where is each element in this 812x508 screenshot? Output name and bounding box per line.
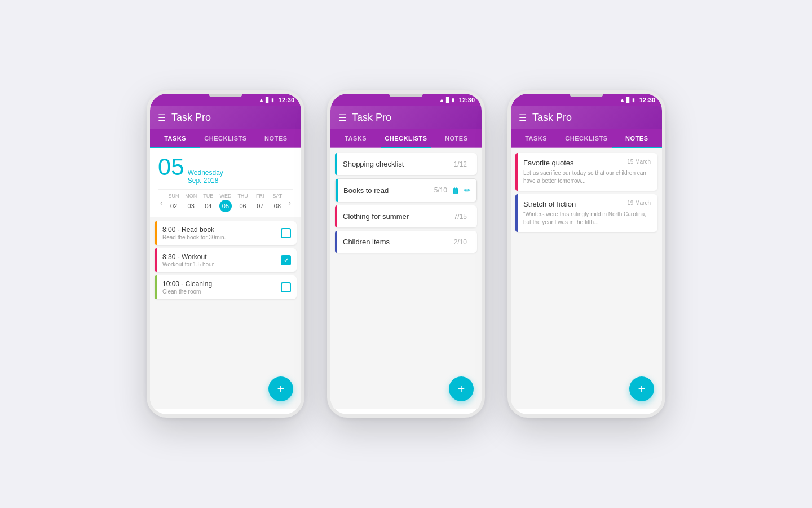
app-header-1: ☰ Task Pro [150, 106, 301, 129]
tab-checklists-3[interactable]: CHECKLISTS [561, 129, 611, 147]
note-header-2: Stretch of fiction 19 March [523, 200, 651, 208]
day-sun[interactable]: SUN 02 [167, 193, 180, 212]
day-wed[interactable]: WED 05 [219, 193, 232, 212]
fab-2[interactable]: + [449, 376, 474, 401]
day-name-sun: SUN [168, 193, 179, 199]
next-week-button[interactable]: › [286, 198, 293, 207]
tab-notes-2[interactable]: NOTES [431, 129, 482, 147]
task-color-bar-1 [155, 221, 157, 245]
note-header-1: Favorite quotes 15 March [523, 159, 651, 167]
task-checkbox-1[interactable] [281, 228, 291, 238]
tab-notes-1[interactable]: NOTES [251, 129, 301, 147]
checklist-count-2: 5/10 [434, 186, 447, 194]
checklist-item-1[interactable]: Shopping checklist 1/12 [335, 153, 477, 175]
checklist-color-3 [335, 205, 337, 227]
task-checkbox-2[interactable] [281, 255, 291, 265]
checklist-color-1 [335, 153, 337, 175]
prev-week-button[interactable]: ‹ [158, 198, 165, 207]
phone1-content: 05 Wednesday Sep. 2018 ‹ SUN 02 MO [150, 148, 301, 409]
date-text: Wednesday Sep. 2018 [188, 169, 223, 185]
hamburger-icon-2[interactable]: ☰ [338, 112, 346, 123]
signal-icon-2: ▊ [446, 97, 450, 103]
task-title-2: 8:30 - Workout [162, 253, 281, 261]
checklist-item-2[interactable]: Books to read 5/10 🗑 ✏ [335, 178, 477, 202]
task-item-2[interactable]: 8:30 - Workout Workout for 1.5 hour [155, 248, 297, 272]
note-title-2: Stretch of fiction [523, 200, 576, 208]
phone3-content: Favorite quotes 15 March Let us sacrific… [511, 148, 662, 409]
day-thu[interactable]: THU 06 [237, 193, 249, 212]
task-subtitle-2: Workout for 1.5 hour [162, 261, 281, 268]
note-item-2[interactable]: Stretch of fiction 19 March "Winters wer… [515, 194, 657, 232]
fab-1[interactable]: + [268, 376, 293, 401]
note-title-1: Favorite quotes [523, 159, 574, 167]
checklist-color-2 [336, 179, 338, 202]
task-checkbox-3[interactable] [281, 282, 291, 292]
day-name-mon: MON [185, 193, 197, 199]
checklist-item-4[interactable]: Children items 2/10 [335, 231, 477, 253]
note-date-2: 19 March [627, 200, 651, 206]
checklist-count-1: 1/12 [454, 160, 467, 168]
tab-bar-3: TASKS CHECKLISTS NOTES [511, 129, 662, 148]
tab-checklists-2[interactable]: CHECKLISTS [381, 129, 431, 147]
phones-container: ▲ ▊ ▮ 12:30 ☰ Task Pro TASKS CHECKLISTS … [124, 68, 688, 440]
day-sat[interactable]: SAT 08 [271, 193, 284, 212]
note-body-2: Stretch of fiction 19 March "Winters wer… [523, 200, 651, 226]
edit-icon[interactable]: ✏ [464, 186, 471, 195]
day-num-mon: 03 [185, 200, 197, 212]
status-icons-3: ▲ ▊ ▮ [620, 97, 635, 103]
note-body-1: Favorite quotes 15 March Let us sacrific… [523, 159, 651, 185]
day-num-fri: 07 [254, 200, 266, 212]
wifi-icon-3: ▲ [620, 97, 625, 103]
status-time-2: 12:30 [459, 97, 475, 103]
checklist-name-1: Shopping checklist [343, 160, 454, 168]
task-info-1: 8:00 - Read book Read the book for 30min… [162, 226, 281, 240]
status-time-3: 12:30 [639, 97, 655, 103]
tab-tasks-2[interactable]: TASKS [330, 129, 381, 147]
checklist-actions: 🗑 ✏ [452, 186, 471, 195]
day-num-sat: 08 [271, 200, 284, 212]
note-item-1[interactable]: Favorite quotes 15 March Let us sacrific… [515, 153, 657, 191]
date-display: 05 Wednesday Sep. 2018 [158, 155, 293, 185]
tab-tasks-3[interactable]: TASKS [511, 129, 561, 147]
phone2-content: Shopping checklist 1/12 Books to read 5/… [330, 148, 482, 409]
week-strip: ‹ SUN 02 MON 03 TUE 04 [158, 189, 293, 212]
tab-checklists-1[interactable]: CHECKLISTS [200, 129, 250, 147]
fab-3[interactable]: + [629, 376, 654, 401]
delete-icon[interactable]: 🗑 [452, 186, 460, 195]
day-tue[interactable]: TUE 04 [202, 193, 214, 212]
app-header-3: ☰ Task Pro [511, 106, 662, 129]
phone-checklists: ▲ ▊ ▮ 12:30 ☰ Task Pro TASKS CHECKLISTS … [327, 90, 485, 418]
task-title-3: 10:00 - Cleaning [162, 280, 281, 288]
hamburger-icon-1[interactable]: ☰ [158, 112, 166, 123]
week-days: SUN 02 MON 03 TUE 04 WED [165, 193, 286, 212]
status-bar-3: ▲ ▊ ▮ 12:30 [511, 94, 662, 106]
tab-bar-2: TASKS CHECKLISTS NOTES [330, 129, 482, 148]
task-item-3[interactable]: 10:00 - Cleaning Clean the room [155, 275, 297, 299]
app-title-3: Task Pro [532, 112, 572, 124]
day-num-wed: 05 [219, 200, 232, 212]
signal-icon: ▊ [266, 97, 270, 103]
notes-list: Favorite quotes 15 March Let us sacrific… [511, 148, 662, 237]
note-preview-1: Let us sacrifice our today so that our c… [523, 169, 651, 185]
note-color-1 [515, 153, 518, 191]
checklist-count-3: 7/15 [454, 213, 467, 221]
status-bar-2: ▲ ▊ ▮ 12:30 [330, 94, 482, 106]
day-fri[interactable]: FRI 07 [254, 193, 266, 212]
day-num-sun: 02 [167, 200, 180, 212]
task-title-1: 8:00 - Read book [162, 226, 281, 234]
day-num-thu: 06 [237, 200, 249, 212]
status-bar-1: ▲ ▊ ▮ 12:30 [150, 94, 301, 106]
task-item-1[interactable]: 8:00 - Read book Read the book for 30min… [155, 221, 297, 245]
tab-tasks-1[interactable]: TASKS [150, 129, 200, 147]
checklist-name-4: Children items [343, 238, 454, 246]
phone-tasks: ▲ ▊ ▮ 12:30 ☰ Task Pro TASKS CHECKLISTS … [147, 90, 304, 418]
checklist-item-3[interactable]: Clothing for summer 7/15 [335, 205, 477, 227]
note-color-2 [515, 194, 518, 232]
tab-notes-3[interactable]: NOTES [612, 129, 662, 147]
hamburger-icon-3[interactable]: ☰ [519, 112, 527, 123]
task-info-2: 8:30 - Workout Workout for 1.5 hour [162, 253, 281, 268]
day-name-fri: FRI [256, 193, 264, 199]
day-mon[interactable]: MON 03 [185, 193, 197, 212]
app-header-2: ☰ Task Pro [330, 106, 482, 129]
checklist-count-4: 2/10 [454, 238, 467, 246]
